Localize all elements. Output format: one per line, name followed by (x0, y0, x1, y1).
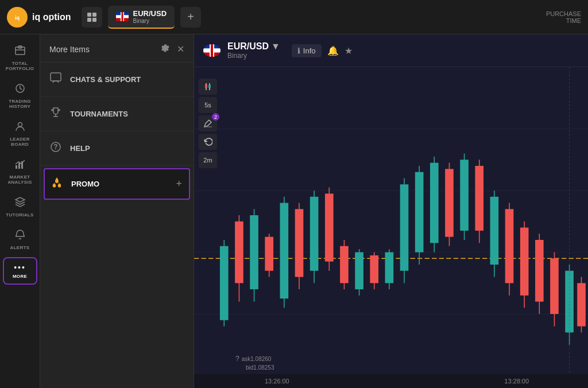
svg-rect-4 (87, 18, 91, 22)
sidebar-item-leaderboard[interactable]: LEADERBOARD (3, 116, 37, 152)
menu-item-tournaments-label: TOURNAMENTS (70, 110, 128, 118)
svg-rect-42 (265, 237, 273, 271)
promo-add-icon[interactable]: + (176, 178, 182, 190)
pair-name: EUR/USD ▼ (227, 41, 280, 52)
askbid-overlay: ? ask1.08260 bid1.08253 (235, 354, 274, 372)
svg-rect-36 (220, 246, 229, 320)
sidebar-item-total-portfolio[interactable]: TOTALPORTFOLIO (3, 40, 37, 76)
svg-rect-19 (51, 73, 61, 81)
svg-rect-60 (400, 184, 409, 271)
menu-item-tournaments[interactable]: TOURNAMENTS (40, 97, 194, 131)
sidebar-item-more[interactable]: ••• MORE (3, 257, 37, 285)
svg-rect-40 (250, 215, 258, 289)
svg-rect-62 (415, 172, 424, 253)
menu-panel: More Items ✕ CHATS & SUPPORT (40, 34, 194, 388)
settings-icon[interactable] (161, 44, 170, 55)
help-icon: ? (49, 141, 62, 156)
menu-header: More Items ✕ (40, 34, 194, 63)
undo-button[interactable] (199, 134, 217, 150)
svg-rect-3 (92, 13, 96, 17)
menu-item-help[interactable]: ? HELP (40, 131, 194, 166)
sidebar-item-alerts[interactable]: ALERTS (3, 224, 37, 255)
svg-rect-56 (370, 255, 378, 283)
alerts-icon (14, 229, 26, 243)
sidebar-item-tutorials[interactable]: TUTORIALS (3, 192, 37, 222)
market-analysis-icon (14, 158, 26, 173)
svg-rect-66 (445, 169, 454, 236)
svg-text:iq: iq (15, 15, 20, 21)
pair-info: EUR/USD ▼ Binary (227, 41, 280, 60)
topbar: iq iq option EUR/USD Binary + (0, 0, 588, 34)
purchase-time-header: PURCHASE TIME (546, 10, 581, 24)
timeframe-2m-button[interactable]: 2m (199, 152, 217, 168)
svg-text:?: ? (53, 143, 57, 151)
logo-area: iq iq option (7, 7, 71, 28)
svg-rect-44 (280, 203, 289, 299)
sidebar-item-market-analysis[interactable]: MARKET ANALYSIS (3, 154, 37, 189)
menu-item-promo[interactable]: PROMO + (44, 168, 190, 200)
svg-rect-68 (460, 160, 469, 231)
timeframe-5s-button[interactable]: 5s (199, 97, 217, 113)
chart-actions: ℹ Info 🔔 ★ (292, 44, 353, 57)
svg-rect-76 (520, 228, 529, 296)
svg-rect-74 (505, 209, 514, 283)
info-button[interactable]: ℹ Info (292, 44, 322, 57)
menu-item-help-label: HELP (70, 144, 90, 153)
chart-header: EUR/USD ▼ Binary ℹ Info 🔔 ★ (194, 34, 588, 67)
help-small-icon: ? (235, 354, 239, 364)
svg-rect-80 (550, 258, 559, 314)
pair-flag (203, 44, 220, 57)
sidebar-label-history: TRADINGHISTORY (9, 99, 31, 109)
svg-rect-64 (430, 163, 439, 243)
close-icon[interactable]: ✕ (177, 44, 184, 55)
chart-canvas: 5s 2 2m (194, 67, 588, 388)
svg-rect-38 (235, 222, 243, 284)
leaderboard-icon (14, 121, 26, 135)
tab-pair-type: Binary (133, 18, 167, 24)
svg-rect-89 (208, 85, 211, 88)
svg-rect-10 (121, 12, 123, 21)
svg-rect-70 (475, 166, 483, 231)
svg-rect-16 (16, 165, 17, 169)
sidebar: TOTALPORTFOLIO TRADINGHISTORY LEADERBOAR… (0, 34, 40, 388)
active-tab[interactable]: EUR/USD Binary (108, 6, 175, 29)
promo-icon (51, 176, 63, 192)
main-content: TOTALPORTFOLIO TRADINGHISTORY LEADERBOAR… (0, 34, 588, 388)
candlestick-chart (194, 67, 588, 388)
draw-tool-button[interactable]: 2 (199, 115, 217, 131)
menu-item-promo-label: PROMO (71, 180, 99, 188)
svg-rect-5 (92, 18, 96, 22)
add-tab-button[interactable]: + (180, 7, 201, 28)
svg-rect-78 (535, 240, 544, 302)
tab-pair-name: EUR/USD (133, 9, 167, 18)
svg-rect-2 (87, 13, 91, 17)
more-icon: ••• (14, 263, 26, 272)
svg-point-15 (18, 123, 22, 127)
svg-rect-52 (340, 246, 349, 284)
sidebar-label-market-analysis: MARKET ANALYSIS (5, 174, 35, 185)
portfolio-icon (14, 45, 26, 59)
logo-text: iq option (32, 12, 71, 22)
star-icon[interactable]: ★ (345, 45, 353, 56)
history-icon (14, 83, 26, 97)
sidebar-item-trading-history[interactable]: TRADINGHISTORY (3, 78, 37, 114)
svg-rect-50 (325, 193, 334, 261)
svg-rect-58 (385, 253, 394, 284)
pair-type: Binary (227, 52, 280, 60)
svg-rect-28 (211, 44, 213, 57)
ask-value: ask1.08260 (242, 355, 272, 363)
time-axis: 13:26:00 13:28:00 (194, 374, 588, 388)
menu-item-chats[interactable]: CHATS & SUPPORT (40, 63, 194, 97)
bid-value: bid1.08253 (246, 364, 274, 371)
time-label-2: 13:28:00 (457, 378, 577, 385)
trophy-icon (49, 106, 62, 122)
info-icon: ℹ (297, 46, 300, 55)
chart-area: EUR/USD ▼ Binary ℹ Info 🔔 ★ (194, 34, 588, 388)
grid-button[interactable] (82, 7, 102, 28)
svg-rect-46 (295, 209, 304, 277)
menu-item-chats-label: CHATS & SUPPORT (70, 75, 141, 84)
notification-icon[interactable]: 🔔 (327, 45, 339, 56)
sidebar-label-tutorials: TUTORIALS (6, 212, 33, 218)
candle-type-button[interactable] (199, 79, 217, 95)
menu-header-icons: ✕ (161, 44, 184, 55)
